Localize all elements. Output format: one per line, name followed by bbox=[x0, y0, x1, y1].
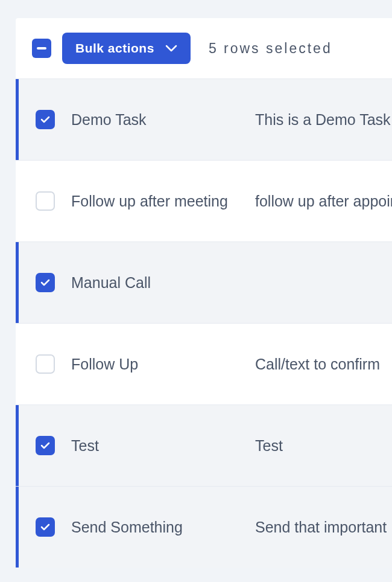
row-title: Manual Call bbox=[71, 274, 255, 292]
checkmark-icon bbox=[40, 523, 50, 531]
master-checkbox[interactable] bbox=[32, 39, 51, 58]
table-row[interactable]: Send Something Send that important bbox=[16, 486, 392, 568]
table-row[interactable]: Follow up after meeting follow up after … bbox=[16, 160, 392, 241]
table-row[interactable]: Test Test bbox=[16, 405, 392, 486]
checkmark-icon bbox=[40, 116, 50, 123]
row-checkbox[interactable] bbox=[36, 354, 55, 374]
row-description: Test bbox=[255, 437, 283, 455]
table-row[interactable]: Follow Up Call/text to confirm bbox=[16, 323, 392, 405]
row-description: Send that important bbox=[255, 519, 387, 536]
row-checkbox[interactable] bbox=[36, 191, 55, 211]
toolbar: Bulk actions 5 rows selected bbox=[16, 18, 392, 78]
table-row[interactable]: Manual Call bbox=[16, 241, 392, 323]
row-title: Demo Task bbox=[71, 111, 255, 129]
row-title: Follow up after meeting bbox=[71, 193, 255, 210]
row-checkbox[interactable] bbox=[36, 517, 55, 537]
row-title: Test bbox=[71, 437, 255, 455]
task-list-panel: Bulk actions 5 rows selected Demo Task T… bbox=[16, 18, 392, 568]
row-checkbox[interactable] bbox=[36, 110, 55, 129]
bulk-actions-label: Bulk actions bbox=[75, 41, 154, 56]
selection-count: 5 rows selected bbox=[209, 40, 332, 57]
row-title: Send Something bbox=[71, 519, 255, 536]
checkmark-icon bbox=[40, 442, 50, 449]
row-description: This is a Demo Task bbox=[255, 111, 391, 129]
bulk-actions-button[interactable]: Bulk actions bbox=[62, 33, 191, 64]
indeterminate-icon bbox=[37, 47, 46, 50]
row-description: Call/text to confirm bbox=[255, 356, 380, 373]
table-row[interactable]: Demo Task This is a Demo Task bbox=[16, 78, 392, 160]
checkmark-icon bbox=[40, 279, 50, 286]
row-title: Follow Up bbox=[71, 356, 255, 373]
row-checkbox[interactable] bbox=[36, 273, 55, 292]
chevron-down-icon bbox=[165, 45, 177, 52]
row-description: follow up after appointment bbox=[255, 193, 392, 210]
row-checkbox[interactable] bbox=[36, 436, 55, 455]
